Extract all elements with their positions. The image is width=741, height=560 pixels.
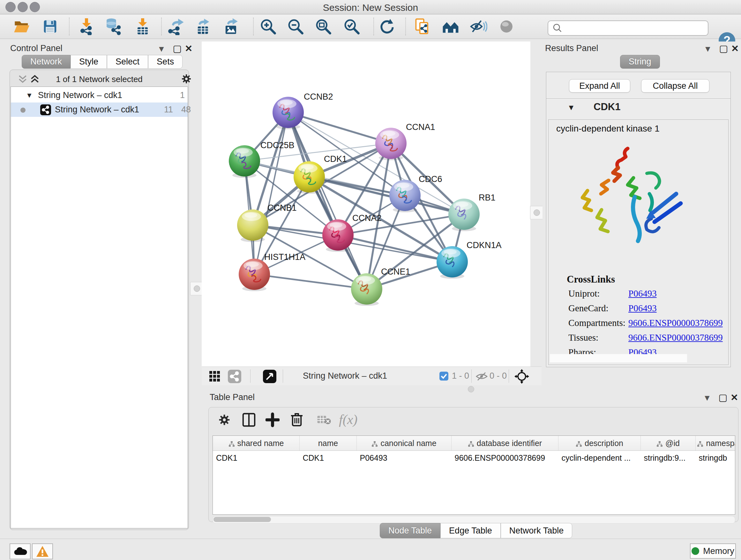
table-panel-float-icon[interactable]: ▢ — [718, 392, 727, 403]
network-node-HIST1H1A[interactable]: HIST1H1A — [239, 252, 306, 291]
network-node-RB1[interactable]: RB1 — [448, 193, 495, 231]
warnings-button[interactable] — [32, 543, 53, 559]
selected-checkbox[interactable] — [440, 372, 448, 381]
birdseye-view-icon[interactable] — [228, 370, 241, 383]
network-canvas[interactable]: CCNB2CCNA1CDC25BCDK1CDC6RB1CCNB1CCNA2CDK… — [202, 42, 530, 367]
control-panel-float-icon[interactable]: ▢ — [173, 43, 182, 54]
import-network-from-database-button[interactable] — [103, 17, 124, 36]
export-table-icon — [195, 18, 212, 35]
column-header-canonical-name[interactable]: canonical name — [357, 436, 452, 451]
table-hscrollbar[interactable] — [212, 516, 735, 523]
show-all-button[interactable] — [496, 17, 517, 36]
cloud-button[interactable] — [10, 543, 30, 559]
crosslink-link[interactable]: P06493 — [628, 303, 657, 314]
network-tree-root-row[interactable]: ▼ String Network – cdk1 1 — [11, 88, 188, 103]
expand-all-button[interactable]: Expand All — [569, 79, 630, 92]
network-node-CCNB1[interactable]: CCNB1 — [237, 203, 297, 242]
table-cell[interactable]: CDK1 — [300, 451, 357, 465]
results-panel-close-icon[interactable]: ✕ — [731, 43, 739, 54]
tab-edge-table[interactable]: Edge Table — [441, 523, 501, 538]
column-header-description[interactable]: description — [558, 436, 641, 451]
crosslink-link[interactable]: P06493 — [628, 288, 657, 299]
memory-button[interactable]: Memory — [690, 543, 736, 559]
open-session-button[interactable] — [11, 17, 32, 36]
tab-string[interactable]: String — [620, 55, 660, 69]
statusbar-separator — [283, 369, 283, 383]
network-node-CDKN1A[interactable]: CDKN1A — [436, 240, 502, 279]
table-panel-collapse-icon[interactable]: ▼ — [703, 393, 711, 403]
tree-disclosure-icon[interactable]: ▼ — [26, 88, 33, 103]
grid-mode-icon[interactable] — [209, 370, 221, 382]
right-splitter-handle[interactable] — [530, 206, 543, 219]
table-cell[interactable]: cyclin-dependent ... — [558, 451, 641, 465]
hide-selected-button[interactable] — [468, 17, 488, 36]
control-panel-collapse-icon[interactable]: ▼ — [157, 44, 165, 54]
column-header-shared-name[interactable]: shared name — [213, 436, 300, 451]
results-panel-float-icon[interactable]: ▢ — [719, 43, 728, 54]
control-panel-close-icon[interactable]: ✕ — [185, 43, 192, 54]
table-cell[interactable]: 9606.ENSP00000378699 — [452, 451, 558, 465]
network-selection-status: 1 of 1 Network selected — [10, 74, 189, 84]
results-panel-tabs: String — [620, 55, 660, 69]
table-cell[interactable]: stringdb — [696, 451, 736, 465]
open-in-window-icon[interactable] — [263, 370, 276, 383]
export-image-button[interactable] — [221, 17, 241, 36]
column-header-name[interactable]: name — [300, 436, 357, 451]
network-node-CCNA1[interactable]: CCNA1 — [375, 122, 435, 160]
export-network-button[interactable] — [165, 17, 186, 36]
crosslink-link[interactable]: 9606.ENSP00000378699 — [628, 318, 723, 328]
network-tree-child-row[interactable]: String Network – cdk1 11 48 — [11, 103, 188, 117]
table-cell[interactable]: P06493 — [357, 451, 452, 465]
network-edge[interactable] — [288, 112, 391, 143]
gene-disclosure-icon[interactable]: ▼ — [567, 103, 575, 112]
column-header--id[interactable]: @id — [641, 436, 696, 451]
tab-sets[interactable]: Sets — [148, 55, 183, 69]
tab-select[interactable]: Select — [107, 55, 148, 69]
gear-icon[interactable] — [181, 73, 192, 84]
export-table-button[interactable] — [193, 17, 213, 36]
crosslink-link[interactable]: 9606.ENSP00000378699 — [628, 332, 723, 343]
crosslink-label: Uniprot: — [568, 288, 600, 299]
memory-status-dot — [691, 547, 699, 555]
table-gear-icon[interactable] — [218, 413, 231, 427]
tab-network-table[interactable]: Network Table — [501, 523, 572, 538]
table-row[interactable]: CDK1CDK1P064939606.ENSP00000378699cyclin… — [213, 451, 735, 465]
columns-icon[interactable] — [242, 413, 256, 427]
column-header-namespace[interactable]: namespace — [696, 436, 736, 451]
apply-style-button[interactable] — [377, 17, 397, 36]
zoom-out-button[interactable] — [285, 17, 306, 36]
delete-trash-icon[interactable] — [290, 412, 304, 427]
first-neighbors-button[interactable] — [441, 17, 461, 36]
network-edge[interactable] — [288, 112, 367, 289]
table-hscrollbar-thumb[interactable] — [213, 517, 271, 522]
import-network-button[interactable] — [76, 17, 97, 36]
network-edge[interactable] — [254, 112, 288, 274]
column-header-label: shared name — [238, 439, 284, 448]
table-cell[interactable]: CDK1 — [213, 451, 300, 465]
results-panel-collapse-icon[interactable]: ▼ — [704, 44, 712, 54]
zoom-fit-button[interactable] — [313, 17, 333, 36]
column-header-database-identifier[interactable]: database identifier — [452, 436, 558, 451]
column-type-icon — [576, 441, 582, 447]
zoom-selected-button[interactable] — [341, 17, 362, 36]
node-gloss — [246, 262, 259, 267]
import-table-button[interactable] — [132, 17, 153, 36]
node-label: CCNE1 — [381, 267, 410, 276]
add-column-icon[interactable] — [266, 413, 280, 427]
clone-network-button[interactable] — [412, 17, 432, 36]
tab-node-table[interactable]: Node Table — [380, 523, 441, 538]
status-bar: Memory — [0, 539, 741, 560]
tab-network[interactable]: Network — [22, 55, 71, 69]
search-input[interactable] — [565, 22, 708, 34]
tab-style[interactable]: Style — [71, 55, 107, 69]
table-panel-close-icon[interactable]: ✕ — [731, 392, 738, 403]
zoom-in-button[interactable] — [258, 17, 278, 36]
network-view-toolbar: String Network – cdk1 1 - 0 0 - 0 — [202, 367, 542, 385]
table-cell[interactable]: stringdb:9... — [641, 451, 696, 465]
delete-table-icon — [317, 415, 331, 425]
save-session-button[interactable] — [40, 17, 60, 36]
collapse-all-button[interactable]: Collapse All — [641, 79, 710, 92]
network-edge[interactable] — [254, 274, 367, 289]
fit-selected-crosshair-icon[interactable] — [515, 369, 529, 384]
column-header-label: name — [318, 439, 338, 448]
